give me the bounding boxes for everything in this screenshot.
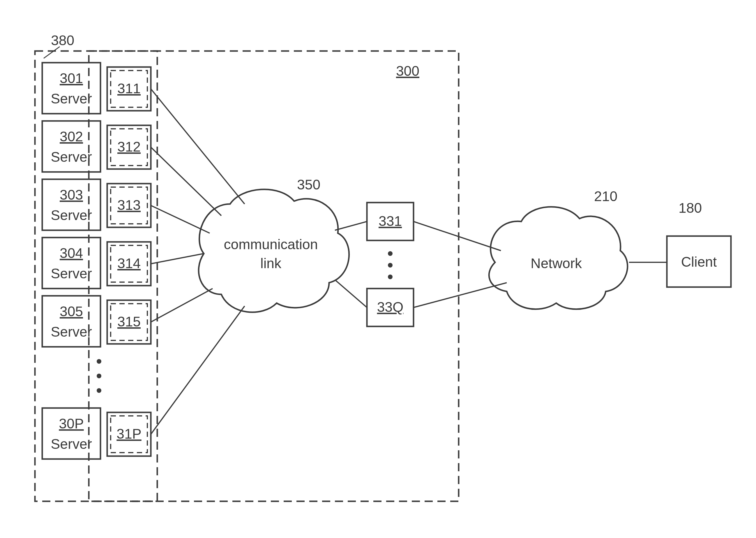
comm-link-cloud: communication link <box>199 189 349 312</box>
server-group-ref: 380 <box>51 33 74 48</box>
server-block-1: 301 Server <box>42 63 101 114</box>
mid-ellipsis <box>388 251 393 279</box>
comm-link-label-2: link <box>260 256 282 271</box>
svg-line-26 <box>151 253 204 264</box>
server-ref-p: 30P <box>59 416 84 431</box>
mid-bottom-ref: 33Q <box>377 299 403 315</box>
svg-point-18 <box>97 374 101 378</box>
port-block-1: 311 <box>107 67 151 111</box>
server-label-p: Server <box>51 436 92 452</box>
svg-point-30 <box>388 251 393 256</box>
server-ref-3: 303 <box>60 187 83 202</box>
mid-box-top: 331 <box>367 202 413 241</box>
svg-line-36 <box>413 222 501 251</box>
port-block-3: 313 <box>107 184 151 227</box>
client-label: Client <box>681 254 717 270</box>
comm-link-ref: 350 <box>297 177 320 192</box>
server-block-5: 305 Server <box>42 296 101 347</box>
svg-line-24 <box>151 147 221 216</box>
server-label-2: Server <box>51 149 92 165</box>
server-ref-2: 302 <box>60 129 83 144</box>
comm-link-label-1: communication <box>224 237 318 252</box>
network-label: Network <box>531 256 582 271</box>
port-ref-4: 314 <box>118 256 141 271</box>
server-ellipsis <box>97 359 101 393</box>
network-cloud: Network <box>489 207 628 309</box>
server-group-leader <box>44 47 60 58</box>
network-ref: 210 <box>594 188 617 204</box>
port-ref-p: 31P <box>117 426 141 442</box>
diagram-canvas: 300 380 301 Server 311 302 Server 312 30… <box>0 0 756 538</box>
svg-line-34 <box>335 222 367 230</box>
port-ref-5: 315 <box>118 314 141 329</box>
main-system-ref: 300 <box>396 63 419 79</box>
port-block-4: 314 <box>107 242 151 286</box>
svg-point-31 <box>388 263 393 268</box>
svg-line-37 <box>413 283 507 307</box>
server-block-2: 302 Server <box>42 121 101 172</box>
svg-point-17 <box>97 359 101 364</box>
svg-rect-0 <box>89 51 459 501</box>
server-block-3: 303 Server <box>42 179 101 230</box>
mid-top-ref: 331 <box>379 213 402 229</box>
server-label-3: Server <box>51 207 92 223</box>
svg-line-35 <box>335 280 367 307</box>
main-system-outline <box>89 51 459 501</box>
svg-point-32 <box>388 275 393 279</box>
server-label-1: Server <box>51 91 92 106</box>
svg-point-19 <box>97 388 101 393</box>
svg-line-28 <box>151 306 245 434</box>
server-block-p: 30P Server <box>42 408 101 459</box>
port-block-5: 315 <box>107 300 151 344</box>
server-label-5: Server <box>51 324 92 340</box>
server-ref-5: 305 <box>60 304 83 319</box>
svg-line-25 <box>151 205 210 233</box>
port-ref-1: 311 <box>118 81 141 96</box>
client-box: Client <box>667 236 731 287</box>
client-ref: 180 <box>679 200 702 216</box>
port-ref-2: 312 <box>118 139 141 154</box>
port-block-p: 31P <box>107 412 151 456</box>
server-ref-1: 301 <box>60 71 83 86</box>
port-ref-3: 313 <box>118 197 141 213</box>
svg-line-27 <box>151 289 213 322</box>
port-to-cloud-links <box>151 89 245 434</box>
mid-box-bottom: 33Q <box>367 289 413 326</box>
server-ref-4: 304 <box>60 245 83 261</box>
svg-line-23 <box>151 89 245 204</box>
server-label-4: Server <box>51 266 92 281</box>
server-block-4: 304 Server <box>42 238 101 289</box>
port-block-2: 312 <box>107 125 151 169</box>
